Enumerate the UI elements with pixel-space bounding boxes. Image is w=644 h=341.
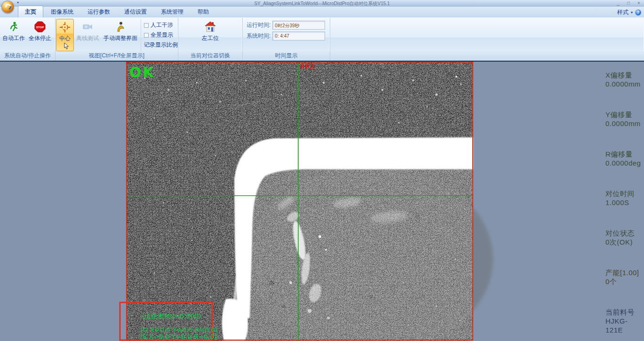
person-icon (114, 21, 127, 33)
record-scale-option[interactable]: 记录显示比例 (144, 41, 178, 49)
ribbon-empty-area (330, 18, 644, 61)
group-time-display: 运行时间: 0时2分39秒 系统时间: 0: 4:47 时间显示 (243, 18, 330, 61)
help-icon[interactable]: ? (635, 9, 641, 16)
ribbon: 自动工作 STOP 全体停止 系统自动/停止操作 (0, 17, 644, 61)
window-controls: _ □ × (615, 0, 642, 6)
stat-capacity: 产能[1.00]0个 (605, 268, 644, 286)
svg-text:STOP: STOP (36, 25, 44, 29)
stats-panel: X偏移量0.0000mm Y偏移量0.0000mm R偏移量0.0000deg … (473, 62, 644, 340)
close-button[interactable]: × (636, 0, 642, 6)
style-menu-button[interactable]: 样式 (617, 8, 628, 16)
point-distance-text: (点距离Md=0.000) (142, 312, 201, 320)
offline-test-button[interactable]: 离线测试 (74, 19, 101, 51)
main-content: OK FP左 (点距离Md=0.000) (O X=0.0 Y=0.0 R=0.… (0, 62, 644, 340)
group-view: 中心 离线测试 (56, 18, 178, 61)
manual-intervention-option[interactable]: 人工干涉 (144, 21, 178, 29)
ribbon-tab-row: 主页 图像系统 运行参数 通信设置 系统管理 帮助 样式 ▾ ? (0, 7, 644, 17)
group-auto-stop: 自动工作 STOP 全体停止 系统自动/停止操作 (0, 18, 56, 61)
style-caret-icon: ▾ (631, 10, 633, 15)
stat-x-offset: X偏移量0.0000mm (605, 71, 644, 88)
stop-all-button[interactable]: STOP 全体停止 (27, 19, 53, 51)
stat-part-number: 当前料号HJKG-121E (605, 308, 644, 334)
stop-sign-icon: STOP (34, 21, 46, 33)
panorama-display-option[interactable]: 全景显示 (144, 31, 178, 39)
stat-align-status: 对位状态0次(OK) (605, 229, 644, 246)
auto-work-button[interactable]: 自动工作 (0, 19, 27, 51)
group-caption-time: 时间显示 (243, 51, 330, 61)
left-station-button[interactable]: 左工位 (197, 19, 223, 51)
tab-comm-settings[interactable]: 通信设置 (118, 6, 153, 17)
group-caption-view: 视图[Ctrl+F/f全屏显示] (56, 51, 178, 61)
system-time-field: 0: 4:47 (272, 32, 325, 40)
system-time-label: 系统时间: (246, 32, 270, 40)
manual-adjust-button[interactable]: 手动调整界面 (101, 19, 140, 51)
tab-system-manage[interactable]: 系统管理 (154, 6, 190, 17)
run-time-label: 运行时间: (246, 21, 270, 29)
status-ok-text: OK (129, 64, 155, 80)
left-blank-panel (0, 62, 126, 340)
group-caption-auto-stop: 系统自动/停止操作 (0, 51, 55, 61)
app-orb-button[interactable] (1, 0, 14, 13)
run-time-field: 0时2分39秒 (272, 21, 325, 30)
camera-icon (81, 21, 94, 33)
group-caption-station: 当前对位器切换 (178, 51, 242, 61)
stat-r-offset: R偏移量0.0000deg (605, 150, 644, 167)
tab-help[interactable]: 帮助 (191, 6, 215, 17)
tab-run-params[interactable]: 运行参数 (81, 6, 117, 17)
tab-home[interactable]: 主页 (18, 6, 43, 17)
checkbox-panorama-display[interactable] (144, 33, 149, 38)
stat-align-time: 对位时间1.000S (605, 189, 644, 207)
view-options: 人工干涉 全景显示 记录显示比例 (141, 19, 178, 51)
checkbox-manual-intervention[interactable] (144, 23, 149, 28)
running-man-icon (8, 21, 20, 33)
restore-button[interactable]: □ (625, 0, 632, 6)
mouse-cursor-icon (64, 43, 70, 50)
orb-logo-icon (4, 3, 13, 11)
center-button[interactable]: 中心 (56, 19, 74, 51)
camera-view: OK FP左 (点距离Md=0.000) (O X=0.0 Y=0.0 R=0.… (126, 62, 473, 340)
o-coords-text: (O X=0.0 Y=0.0 R=0.0) (140, 326, 218, 333)
house-icon (204, 21, 216, 33)
noise-overlay (126, 62, 473, 341)
title-bar: ▾ SY_AliagnSystemLinkToWorld---MicroDist… (0, 0, 644, 7)
station-tag-text: FP左 (300, 63, 316, 71)
stat-y-offset: Y偏移量0.0000mm (605, 110, 644, 128)
tab-image-system[interactable]: 图像系统 (44, 6, 80, 17)
s-coords-text: (S X=0.0 Y=0.0 R=0.0) (140, 333, 217, 341)
camera-image: OK FP左 (点距离Md=0.000) (O X=0.0 Y=0.0 R=0.… (126, 62, 473, 341)
minimize-button[interactable]: _ (615, 0, 621, 6)
crosshair-icon (59, 21, 71, 33)
group-station-switch: 左工位 当前对位器切换 (178, 18, 243, 61)
